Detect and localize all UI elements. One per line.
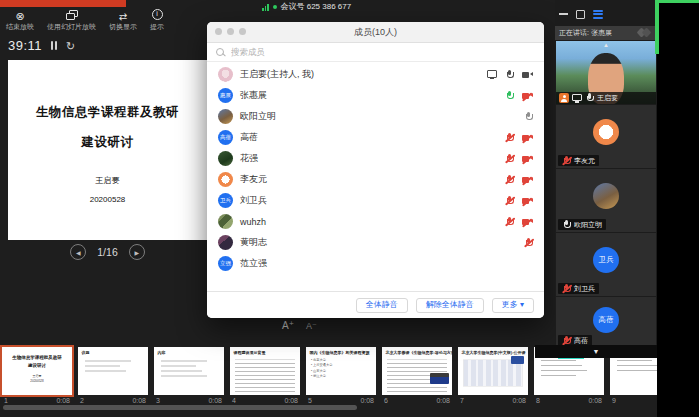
tile-avatar xyxy=(593,183,619,209)
use-slideshow-button[interactable]: 使用幻灯片放映 xyxy=(47,9,96,32)
unmute-all-button[interactable]: 解除全体静音 xyxy=(416,298,484,313)
member-row[interactable]: 花强 xyxy=(207,148,544,169)
font-increase-button[interactable]: A⁺ xyxy=(282,320,294,331)
mic-on-icon[interactable] xyxy=(505,70,514,80)
switch-display-button[interactable]: 切换显示 xyxy=(109,9,137,32)
mic-muted-icon xyxy=(562,156,571,166)
mic-muted-icon[interactable] xyxy=(505,133,514,143)
end-show-button[interactable]: 结束放映 xyxy=(6,9,34,32)
thumbnail-meta: 20:08 xyxy=(78,395,148,404)
video-tile[interactable]: 欧阳立明 xyxy=(556,169,656,232)
slide-thumbnail[interactable]: 内容30:08 xyxy=(154,347,224,404)
presentation-timer: 39:11 xyxy=(8,36,75,54)
members-panel: 成员(10人) 王启要(主持人, 我)惠展张惠展欧阳立明高蓓高蓓花强李友元卫兵刘… xyxy=(207,22,544,318)
member-status-icons xyxy=(487,70,533,80)
sidebar-collapse-bar[interactable] xyxy=(535,345,657,358)
mute-slash xyxy=(522,134,532,143)
bullet-bar xyxy=(541,370,587,371)
thumb-text: 20200528 xyxy=(2,380,72,383)
member-row[interactable]: 黄明志 xyxy=(207,232,544,253)
mic-muted-icon[interactable] xyxy=(505,175,514,185)
slide-time: 0:08 xyxy=(360,397,374,404)
camera-off-icon[interactable] xyxy=(522,155,533,163)
mic-muted-icon[interactable] xyxy=(505,154,514,164)
members-panel-titlebar[interactable]: 成员(10人) xyxy=(207,22,544,43)
mic-gray-icon[interactable] xyxy=(524,112,533,122)
camera-off-icon[interactable] xyxy=(522,197,533,205)
member-status-icons xyxy=(505,91,533,101)
member-row[interactable]: 李友元 xyxy=(207,169,544,190)
slide-thumbnail[interactable]: 北京大学生物信息学(中文版):公开课70:08 xyxy=(458,347,528,404)
slide-thumbnail[interactable]: 生物信息学课程群及教研建设研讨王启要2020052810:08 xyxy=(2,347,72,404)
member-search-bar xyxy=(207,43,544,62)
member-row[interactable]: 高蓓高蓓 xyxy=(207,127,544,148)
thumb-text: 建设研讨 xyxy=(2,362,72,369)
slide-thumbnail[interactable]: 国内《生物信息学》相关课程资源• 北京大学• 上海交通大学• 山东大学• 浙江大… xyxy=(306,347,376,404)
member-row[interactable]: 卫兵刘卫兵 xyxy=(207,190,544,211)
camera-off-icon[interactable] xyxy=(522,218,533,226)
screen-share-icon[interactable] xyxy=(487,70,497,79)
slide-number: 5 xyxy=(308,397,312,404)
maximize-icon[interactable] xyxy=(576,10,585,19)
video-tile[interactable]: 李友元 xyxy=(556,105,656,168)
font-decrease-button[interactable]: A⁻ xyxy=(306,321,317,331)
member-avatar xyxy=(218,235,233,250)
paragraph-lines xyxy=(387,360,447,395)
restart-timer-button[interactable] xyxy=(66,36,75,54)
mic-muted-icon[interactable] xyxy=(505,196,514,206)
bullet-bar xyxy=(161,376,207,377)
next-slide-button[interactable] xyxy=(129,244,145,260)
slide-thumbnail[interactable]: 议题20:08 xyxy=(78,347,148,404)
video-tile[interactable]: 王启要 xyxy=(556,41,656,104)
video-tile[interactable]: 卫兵刘卫兵 xyxy=(556,233,656,296)
share-border-top xyxy=(655,0,699,3)
member-avatar: 卫兵 xyxy=(218,193,233,208)
bullet-bar xyxy=(617,360,652,361)
previous-slide-button[interactable] xyxy=(70,244,86,260)
search-input[interactable] xyxy=(229,46,535,58)
tips-button[interactable]: 提示 xyxy=(150,9,164,32)
mic-muted-icon[interactable] xyxy=(505,217,514,227)
slide-time: 0:08 xyxy=(208,397,222,404)
member-row[interactable]: 欧阳立明 xyxy=(207,106,544,127)
member-name: wuhzh xyxy=(240,217,266,227)
mic-muted-icon[interactable] xyxy=(524,238,533,248)
mute-all-button[interactable]: 全体静音 xyxy=(356,298,408,313)
mute-slash xyxy=(522,197,532,206)
filmstrip-scrollbar[interactable] xyxy=(3,405,357,410)
member-row[interactable]: wuhzh xyxy=(207,211,544,232)
thumbnail-content: 课程建设项目背景 xyxy=(230,347,300,395)
mic-green-icon[interactable] xyxy=(505,91,514,101)
tile-label: 欧阳立明 xyxy=(558,219,606,230)
sidebar-window-controls xyxy=(559,8,603,20)
bullet-bar xyxy=(85,371,126,372)
bullet-bar xyxy=(161,361,207,362)
member-row[interactable]: 王启要(主持人, 我) xyxy=(207,64,544,85)
more-button[interactable]: 更多 ▾ xyxy=(492,298,534,313)
thumbnail-preview: 议题 xyxy=(78,347,148,395)
slide-number: 9 xyxy=(612,397,616,404)
mute-slash xyxy=(562,284,572,293)
thumb-text: 生物信息学课程群及教研 xyxy=(2,354,72,361)
swap-arrows-icon xyxy=(119,6,127,24)
video-tile[interactable]: 高蓓高蓓 xyxy=(556,297,656,348)
layout-list-icon[interactable] xyxy=(593,10,603,19)
members-panel-footer: 全体静音 解除全体静音 更多 ▾ xyxy=(207,291,544,318)
mute-slash xyxy=(524,238,534,247)
slide-thumbnail[interactable]: 课程建设项目背景40:08 xyxy=(230,347,300,404)
camera-off-icon[interactable] xyxy=(522,134,533,142)
slide-thumbnail[interactable]: 北京大学慕课《生物信息学:导论与方法》60:08 xyxy=(382,347,452,404)
camera-off-icon[interactable] xyxy=(522,92,533,100)
camera-on-icon[interactable] xyxy=(522,71,533,79)
tile-name: 欧阳立明 xyxy=(574,220,602,230)
member-row[interactable]: 惠展张惠展 xyxy=(207,85,544,106)
minimize-icon[interactable] xyxy=(559,13,568,15)
member-avatar xyxy=(218,151,233,166)
member-row[interactable]: 立强范立强 xyxy=(207,253,544,274)
member-name: 刘卫兵 xyxy=(240,194,267,207)
pause-timer-button[interactable] xyxy=(51,41,57,50)
member-avatar: 立强 xyxy=(218,256,233,271)
camera-off-icon[interactable] xyxy=(522,176,533,184)
window-traffic-lights[interactable] xyxy=(215,28,246,35)
meeting-info-bar[interactable]: 会议号 625 386 677 xyxy=(262,0,351,13)
